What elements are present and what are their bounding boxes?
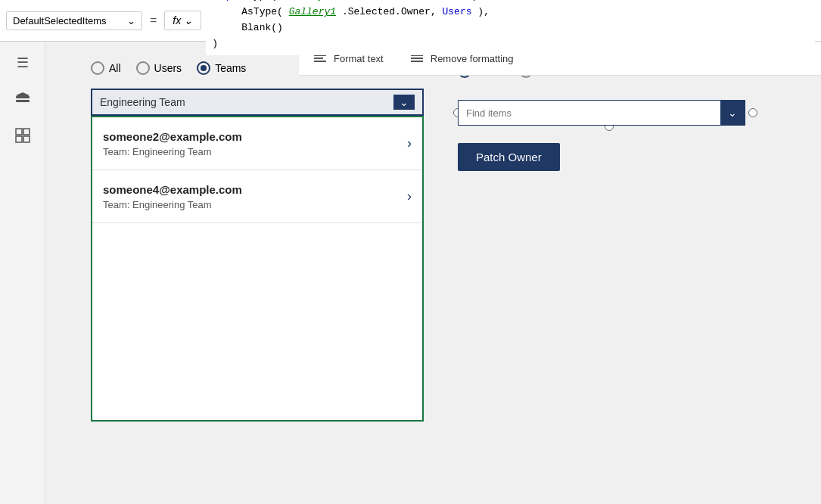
search-dropdown-btn[interactable]: ⌄ xyxy=(720,101,745,125)
fx-label: fx xyxy=(173,14,181,26)
patch-owner-button[interactable]: Patch Owner xyxy=(458,143,560,171)
team-dropdown-arrow: ⌄ xyxy=(393,95,415,110)
gallery-item-0[interactable]: someone2@example.com Team: Engineering T… xyxy=(92,117,422,170)
canvas-area: All Users Teams Engineering Team ⌄ someo… xyxy=(45,42,821,504)
svg-rect-5 xyxy=(16,136,22,142)
gallery-item-1[interactable]: someone4@example.com Team: Engineering T… xyxy=(92,170,422,223)
radio-all[interactable]: All xyxy=(91,61,121,75)
format-text-icon xyxy=(314,54,326,62)
team-dropdown[interactable]: Engineering Team ⌄ xyxy=(91,89,424,116)
search-input-row: ⌄ xyxy=(458,100,745,126)
gallery-item-1-email: someone4@example.com xyxy=(103,183,242,196)
gallery-item-1-info: someone4@example.com Team: Engineering T… xyxy=(103,183,242,210)
gallery-item-0-email: someone2@example.com xyxy=(103,130,242,143)
team-dropdown-value: Engineering Team xyxy=(100,96,185,108)
gallery-item-1-chevron: › xyxy=(407,188,412,204)
gallery-list: someone2@example.com Team: Engineering T… xyxy=(91,116,424,422)
gallery-item-0-chevron: › xyxy=(407,135,412,151)
radio-teams-dot xyxy=(201,65,207,71)
sidebar-hamburger-icon[interactable]: ☰ xyxy=(11,51,35,75)
code-line-3: Blank() xyxy=(212,20,809,36)
fx-button[interactable]: fx ⌄ xyxy=(164,11,201,30)
slider-search-area: ⌄ xyxy=(458,90,745,135)
gallery-item-0-team: Team: Engineering Team xyxy=(103,146,242,157)
svg-rect-4 xyxy=(23,129,30,135)
remove-formatting-icon xyxy=(411,54,423,62)
radio-users[interactable]: Users xyxy=(136,61,182,75)
radio-all-label: All xyxy=(109,62,121,74)
left-panel: All Users Teams Engineering Team ⌄ someo… xyxy=(91,57,424,489)
sidebar-layers-icon[interactable] xyxy=(11,87,35,111)
svg-rect-6 xyxy=(23,136,30,142)
slider-dot-right[interactable] xyxy=(748,108,757,117)
gallery-empty-area xyxy=(92,223,422,420)
fx-chevron-icon: ⌄ xyxy=(184,14,193,26)
radio-users-circle xyxy=(136,61,150,75)
radio-teams-circle xyxy=(197,61,210,75)
chevron-down-icon: ⌄ xyxy=(127,15,135,26)
radio-teams[interactable]: Teams xyxy=(197,61,246,75)
code-line-2: AsType( Gallery1 .Selected.Owner, Users … xyxy=(212,5,809,20)
right-panel: Users Teams ⌄ Patch Owner xyxy=(458,64,745,171)
radio-teams-label: Teams xyxy=(215,62,246,74)
svg-rect-3 xyxy=(16,129,22,135)
radio-all-circle xyxy=(91,61,104,75)
property-dropdown[interactable]: DefaultSelectedItems ⌄ xyxy=(6,11,142,30)
equals-sign: = xyxy=(147,14,160,27)
sidebar: ☰ xyxy=(0,42,45,504)
search-input[interactable] xyxy=(459,104,720,122)
sidebar-grid-icon[interactable] xyxy=(11,123,35,148)
formula-code-area[interactable]: If( IsType( Gallery1 .Selected.Owner, Us… xyxy=(206,0,815,55)
gallery-item-1-team: Team: Engineering Team xyxy=(103,199,242,210)
radio-users-label: Users xyxy=(154,62,182,74)
patch-owner-label: Patch Owner xyxy=(476,151,542,163)
gallery-item-0-info: someone2@example.com Team: Engineering T… xyxy=(103,130,242,157)
formula-bar: DefaultSelectedItems ⌄ = fx ⌄ If( IsType… xyxy=(0,0,821,42)
svg-rect-1 xyxy=(16,100,30,102)
code-line-4: ) xyxy=(212,36,809,52)
property-dropdown-label: DefaultSelectedItems xyxy=(13,15,107,26)
